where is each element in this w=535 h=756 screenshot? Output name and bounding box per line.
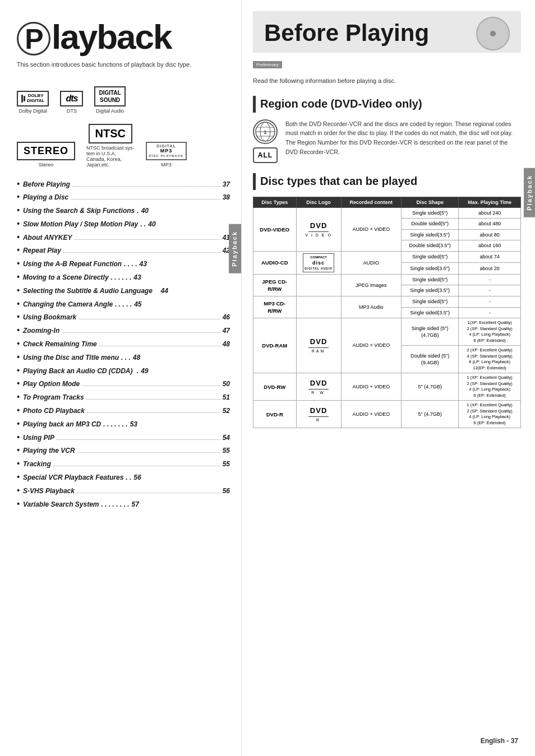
ntsc-box: NTSC <box>89 124 132 143</box>
dvd-video-content: AUDIO + VIDEO <box>341 207 401 251</box>
preliminary-tag: Preliminary <box>253 61 282 68</box>
before-playing-header: Before Playing <box>253 11 521 53</box>
shape-ds35: Double sided(3.5") <box>402 240 459 252</box>
audio-time-ss35: about 20 <box>459 263 521 275</box>
mp3-logo-inner: DIGITAL MP3 DISC PLAYBACK <box>149 144 184 157</box>
compact-text: COMPACT <box>305 255 333 259</box>
toc-item-photo-cd: Photo CD Playback 52 <box>17 404 230 418</box>
jpeg-shape-ss5: Single sided(5") <box>402 274 459 285</box>
mp3-shape-ss5: Single sided(5") <box>402 296 459 308</box>
shape-ss35: Single sided(3.5") <box>402 229 459 240</box>
ram-shape-ds: Double sided (5")(9.4GB) <box>402 346 459 373</box>
region-code-title: Region code (DVD-Video only) <box>260 98 422 110</box>
time-ds35: about 160 <box>459 240 521 252</box>
mp3-label: MP3 <box>146 162 187 168</box>
ram-shape-ss: Single sided (5")(4.7GB) <box>402 318 459 346</box>
mp3-cd-content: MP3 Audio <box>341 296 401 318</box>
mp3-cd-logo <box>296 296 341 318</box>
before-playing-title: Before Playing <box>264 21 510 45</box>
toc-item-search-skip: Using the Search & Skip Functions . 40 <box>17 204 230 217</box>
dvd-rw-logo-box: DVD R W <box>299 378 338 396</box>
col-disc-types: Disc Types <box>253 197 297 207</box>
audio-cd-content: AUDIO <box>341 251 401 274</box>
toc-item-pip: Using PIP 54 <box>17 431 230 444</box>
toc-item-zoom: Zooming-In 47 <box>17 324 230 337</box>
audio-logos-row: DOLBYDIGITAL Dolby Digital dts DTS DIGIT… <box>17 86 230 114</box>
toc-item-remaining-time: Check Remaining Time 48 <box>17 337 230 351</box>
video-text: V I D E O <box>305 233 332 238</box>
dvd-text: DVD <box>310 221 327 231</box>
col-recorded-content: Recorded content <box>341 197 401 207</box>
section-bar <box>253 96 256 113</box>
row-mp3-cd: MP3 CD-R/RW MP3 Audio Single sided(5") - <box>253 296 521 308</box>
ram-text: RAM <box>312 349 326 354</box>
toc-item-anykey: About ANYKEY 41 <box>17 231 230 244</box>
row-dvd-video: DVD-VIDEO DVD V I D E O AUDIO + VIDEO Si… <box>253 207 521 219</box>
page-title: Playback <box>17 17 172 56</box>
dvd-video-type: DVD-VIDEO <box>253 207 297 251</box>
dolby-logo: DOLBYDIGITAL <box>17 91 49 106</box>
dts-logo: dts <box>60 91 83 106</box>
toc-item-mp3-cd: Playing back an MP3 CD . . . . . . . 53 <box>17 418 230 431</box>
mp3-shape-ss35: Single sided(3.5") <box>402 307 459 318</box>
disc-digital-text: disc <box>305 259 333 267</box>
section-bar-2 <box>253 173 256 190</box>
toc-item-audio-cd: Playing Back an Audio CD (CDDA) . 49 <box>17 364 230 378</box>
right-panel: Before Playing Preliminary Read the foll… <box>241 0 535 756</box>
toc-item-camera-angle: Changing the Camera Angle . . . . . 45 <box>17 298 230 311</box>
r-time: 1 (XP: Excellent Quality)2 (SP: Standard… <box>459 401 521 428</box>
row-dvd-ram: DVD-RAM DVD RAM AUDIO + VIDEO Single sid… <box>253 318 521 346</box>
p-letter: P <box>17 22 50 55</box>
audio-time-ss5: about 74 <box>459 251 521 262</box>
jpeg-time-ss35: - <box>459 285 521 296</box>
ram-time-ds: 2 (XP: Excellent Quality)4 (SP: Standard… <box>459 346 521 373</box>
region-code-header: Region code (DVD-Video only) <box>253 96 521 113</box>
format-logos-row: STEREO Stereo NTSC NTSC broadcast sys- t… <box>17 124 230 168</box>
dvd-r-logo: DVD R <box>296 401 341 428</box>
toc-item-special-vcr: Special VCR Playback Features . . 56 <box>17 471 230 484</box>
region-icons: 1 ALL <box>253 119 278 163</box>
digital-sound-label: Digital Audio <box>94 108 125 114</box>
mp3-time-ss5: - <box>459 296 521 308</box>
row-dvd-r: DVD-R DVD R AUDIO + VIDEO 5" (4.7GB) 1 (… <box>253 401 521 428</box>
audio-shape-ss35: Single sided(3.5") <box>402 263 459 275</box>
ram-time-ss: 1(XP: Excellent Quality)2 (SP: Standard … <box>459 318 521 346</box>
rw-shape: 5" (4.7GB) <box>402 373 459 401</box>
digital-sound-box: DIGITAL SOUND <box>94 86 125 106</box>
r-text: R <box>315 418 322 423</box>
toc-item-program-tracks: To Program Tracks 51 <box>17 391 230 404</box>
toc-item-svhs: S-VHS Playback 56 <box>17 484 230 498</box>
dts-label: DTS <box>60 108 83 114</box>
region-content: 1 ALL Both the DVD Recorder-VCR and the … <box>253 119 521 163</box>
col-disc-logo: Disc Logo <box>296 197 341 207</box>
audio-cd-logo: COMPACT disc DIGITAL AUDIO <box>296 251 341 274</box>
dvd-ram-logo-box: DVD RAM <box>299 337 338 354</box>
rw-text: R W <box>311 390 326 396</box>
col-max-playing-time: Max. Playing Time <box>459 197 521 207</box>
row-jpeg-cd: JPEG CD-R/RW JPEG Images Single sided(5"… <box>253 274 521 285</box>
dvd-r-logo-box: DVD R <box>299 406 338 423</box>
jpeg-cd-content: JPEG Images <box>341 274 401 296</box>
stereo-box: STEREO <box>17 142 75 160</box>
audio-cd-type: AUDIO-CD <box>253 251 297 274</box>
toc-item-playing-disc: Playing a Disc 38 <box>17 191 230 204</box>
stereo-logo-item: STEREO Stereo <box>17 142 75 168</box>
shape-ds5: Double sided(5") <box>402 219 459 230</box>
dvd-ram-dvd-text: DVD <box>310 337 327 347</box>
dvd-r-content: AUDIO + VIDEO <box>341 401 401 428</box>
time-ds5: about 480 <box>459 219 521 230</box>
disc-hole <box>490 31 496 36</box>
toc-item-subtitle-audio: Selecting the Subtitle & Audio Language … <box>17 284 230 298</box>
jpeg-shape-ss35: Single sided(3.5") <box>402 285 459 296</box>
mp3-time-ss35: - <box>459 307 521 318</box>
digital-sound-item: DIGITAL SOUND Digital Audio <box>94 86 125 114</box>
ntsc-label: NTSC broadcast sys- tem in U.S.A, Canada… <box>86 145 135 168</box>
intro-text: This section introduces basic functions … <box>17 60 230 69</box>
right-side-tab: Playback <box>524 168 535 217</box>
dvd-video-logo: DVD V I D E O <box>296 207 341 251</box>
time-ss5: about 240 <box>459 207 521 219</box>
all-text: ALL <box>258 151 273 159</box>
disc-types-title: Disc types that can be played <box>260 175 417 188</box>
dvd-r-type: DVD-R <box>253 401 297 428</box>
disc-types-table: Disc Types Disc Logo Recorded content Di… <box>253 197 521 429</box>
